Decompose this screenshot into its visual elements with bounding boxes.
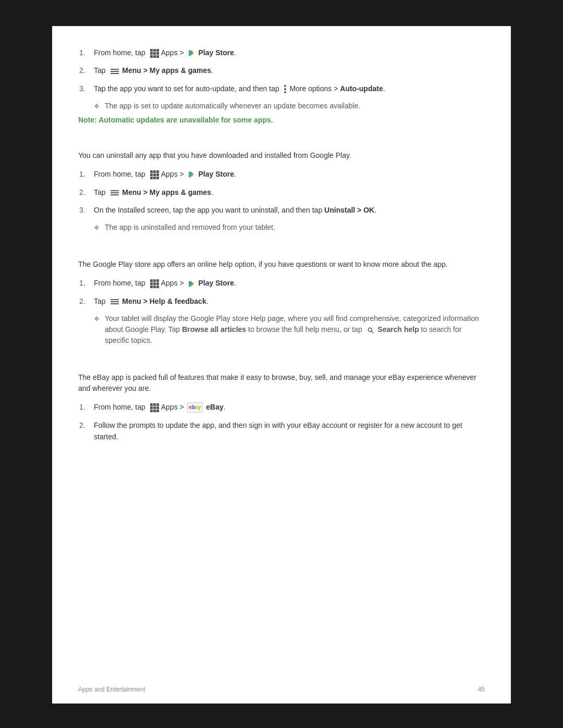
page: From home, tap Apps > Play Store. — [52, 26, 511, 704]
svg-point-12 — [369, 328, 372, 332]
step-h2: Tap Menu > Help & feedback. — [94, 295, 485, 307]
step-e2: Follow the prompts to update the app, an… — [94, 419, 485, 443]
apps-label-e1: Apps > — [161, 403, 186, 411]
footer-left: Apps and Entertainment — [78, 686, 145, 693]
ebay-icon: ebay — [187, 402, 203, 413]
ebay-label: eBay — [206, 403, 223, 411]
note-auto-update: Note: Automatic updates are unavailable … — [78, 116, 485, 124]
steps-auto-update: From home, tap Apps > Play Store. — [78, 47, 485, 94]
menu-label-h2: Menu > Help & feedback — [122, 297, 206, 305]
step-u1: From home, tap Apps > Play Store. — [94, 168, 485, 180]
footer-right: 45 — [478, 686, 485, 693]
section-help: The Google Play store app offers an onli… — [78, 259, 485, 346]
play-store-icon — [187, 49, 195, 57]
footer: Apps and Entertainment 45 — [78, 686, 485, 693]
play-store-icon-u1 — [187, 170, 195, 179]
bullet-uninstall: The app is uninstalled and removed from … — [94, 222, 485, 233]
menu-label-u2: Menu > My apps & games — [122, 188, 211, 196]
more-options-icon — [284, 85, 286, 93]
section-ebay: The eBay app is packed full of features … — [78, 372, 485, 442]
apps-label-h1: Apps > — [161, 279, 186, 287]
apps-icon — [150, 49, 159, 58]
play-store-label: Play Store — [198, 48, 234, 57]
browse-articles-label: Browse all articles — [182, 325, 246, 334]
apps-icon-e1 — [150, 403, 159, 412]
menu-label: Menu > My apps & games — [122, 66, 211, 75]
menu-icon — [111, 69, 119, 74]
search-icon — [367, 326, 374, 334]
apps-label-u1: Apps > — [161, 170, 186, 178]
steps-ebay: From home, tap Apps > ebay eBay. Follow … — [78, 401, 485, 442]
step-h1: From home, tap Apps > Play Store. — [94, 277, 485, 289]
step-u2: Tap Menu > My apps & games. — [94, 187, 485, 198]
apps-label: Apps > — [161, 48, 186, 57]
uninstall-intro: You can uninstall any app that you have … — [78, 150, 485, 161]
play-store-label-h1: Play Store — [198, 279, 234, 287]
section-uninstall: You can uninstall any app that you have … — [78, 150, 485, 233]
play-store-label-u1: Play Store — [198, 170, 234, 178]
step-u3: On the Installed screen, tap the app you… — [94, 204, 485, 216]
apps-icon-h1 — [150, 279, 159, 288]
steps-uninstall: From home, tap Apps > Play Store. — [78, 168, 485, 216]
steps-help: From home, tap Apps > Play Store. — [78, 277, 485, 307]
bullet-auto-update: The app is set to update automatically w… — [94, 101, 485, 112]
menu-icon-h2 — [111, 299, 119, 304]
svg-line-13 — [372, 331, 374, 334]
step-3: Tap the app you want to set for auto-upd… — [94, 83, 485, 94]
step-e1: From home, tap Apps > ebay eBay. — [94, 401, 485, 413]
uninstall-ok-label: Uninstall > OK — [324, 206, 374, 214]
auto-update-label: Auto-update — [340, 84, 383, 93]
bullet-help-text: Your tablet will display the Google Play… — [105, 313, 485, 346]
menu-icon-u2 — [111, 190, 119, 195]
more-options-label: More options > — [289, 84, 340, 93]
step-1: From home, tap Apps > Play Store. — [94, 47, 485, 58]
ebay-intro: The eBay app is packed full of features … — [78, 372, 485, 394]
step-2: Tap Menu > My apps & games. — [94, 65, 485, 76]
apps-icon-u1 — [150, 170, 159, 179]
bullet-help: Your tablet will display the Google Play… — [94, 313, 485, 346]
section-auto-update: From home, tap Apps > Play Store. — [78, 47, 485, 124]
play-store-icon-h1 — [187, 280, 195, 288]
help-intro: The Google Play store app offers an onli… — [78, 259, 485, 270]
search-help-label: Search help — [377, 325, 419, 334]
